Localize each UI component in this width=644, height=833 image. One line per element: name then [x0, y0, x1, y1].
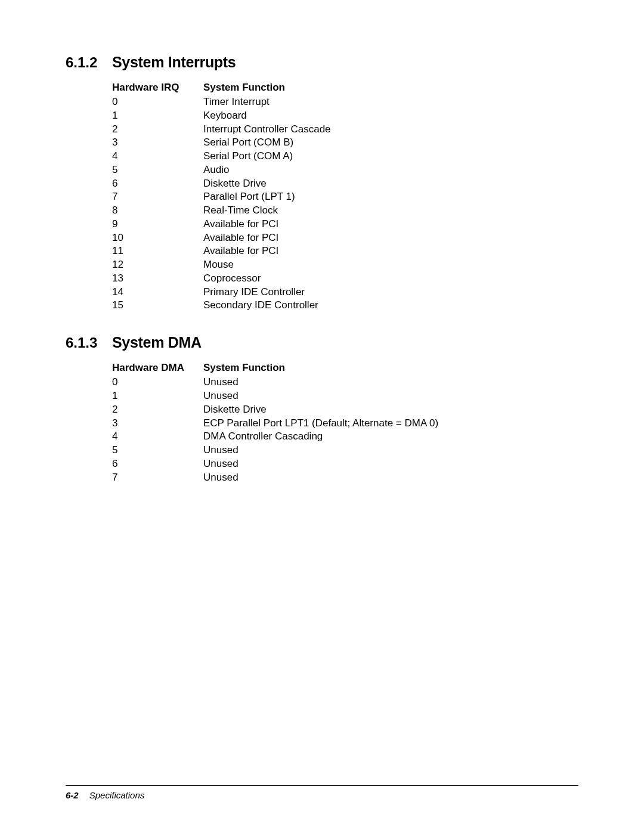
- section-number: 6.1.3: [66, 335, 112, 351]
- section-title: System Interrupts: [112, 54, 236, 71]
- table-row: 6Unused: [112, 457, 578, 471]
- cell: 0: [112, 376, 203, 389]
- cell: Keyboard: [203, 109, 578, 123]
- cell: 8: [112, 204, 203, 218]
- table-row: 5Audio: [112, 163, 578, 177]
- cell: 9: [112, 218, 203, 231]
- cell: Unused: [203, 389, 578, 403]
- cell: Available for PCI: [203, 231, 578, 245]
- cell: Unused: [203, 471, 578, 485]
- cell: Parallel Port (LPT 1): [203, 190, 578, 204]
- cell: 7: [112, 471, 203, 485]
- footer-rule: [66, 785, 578, 786]
- table-row: 6Diskette Drive: [112, 177, 578, 191]
- cell: DMA Controller Cascading: [203, 430, 578, 444]
- table-row: 7Parallel Port (LPT 1): [112, 190, 578, 204]
- table-header: Hardware DMA System Function: [112, 362, 578, 374]
- cell: Diskette Drive: [203, 177, 578, 191]
- table-row: 9Available for PCI: [112, 218, 578, 231]
- cell: Unused: [203, 457, 578, 471]
- table-row: 10Available for PCI: [112, 231, 578, 245]
- cell: 11: [112, 244, 203, 258]
- table-row: 13Coprocessor: [112, 272, 578, 286]
- table-row: 7Unused: [112, 471, 578, 485]
- cell: 3: [112, 417, 203, 431]
- table-row: 2Diskette Drive: [112, 403, 578, 417]
- header-col1: Hardware DMA: [112, 362, 203, 374]
- table-row: 4DMA Controller Cascading: [112, 430, 578, 444]
- table-row: 14Primary IDE Controller: [112, 286, 578, 299]
- cell: Timer Interrupt: [203, 95, 578, 109]
- cell: Interrupt Controller Cascade: [203, 123, 578, 137]
- header-col2: System Function: [203, 82, 578, 94]
- cell: Mouse: [203, 258, 578, 272]
- cell: 1: [112, 109, 203, 123]
- table-row: 1Keyboard: [112, 109, 578, 123]
- table-row: 5Unused: [112, 444, 578, 457]
- cell: 0: [112, 95, 203, 109]
- cell: 1: [112, 389, 203, 403]
- footer-text: 6-2Specifications: [66, 790, 578, 800]
- page-number: 6-2: [66, 790, 79, 800]
- header-col2: System Function: [203, 362, 578, 374]
- cell: Serial Port (COM B): [203, 136, 578, 150]
- section-title: System DMA: [112, 334, 202, 351]
- table-row: 0Unused: [112, 376, 578, 389]
- table-row: 1Unused: [112, 389, 578, 403]
- cell: Primary IDE Controller: [203, 286, 578, 299]
- table-row: 15Secondary IDE Controller: [112, 299, 578, 312]
- cell: 3: [112, 136, 203, 150]
- table-row: 12Mouse: [112, 258, 578, 272]
- table-row: 0Timer Interrupt: [112, 95, 578, 109]
- cell: Real-Time Clock: [203, 204, 578, 218]
- cell: Unused: [203, 444, 578, 457]
- cell: 2: [112, 403, 203, 417]
- cell: 4: [112, 430, 203, 444]
- cell: 10: [112, 231, 203, 245]
- page-footer: 6-2Specifications: [66, 785, 578, 800]
- cell: Serial Port (COM A): [203, 150, 578, 163]
- table-row: 4Serial Port (COM A): [112, 150, 578, 163]
- header-col1: Hardware IRQ: [112, 82, 203, 94]
- dma-table: Hardware DMA System Function 0Unused 1Un…: [112, 362, 578, 484]
- table-row: 3Serial Port (COM B): [112, 136, 578, 150]
- cell: 4: [112, 150, 203, 163]
- cell: 6: [112, 177, 203, 191]
- cell: 13: [112, 272, 203, 286]
- page: 6.1.2 System Interrupts Hardware IRQ Sys…: [0, 0, 644, 833]
- section-heading: 6.1.3 System DMA: [66, 334, 578, 351]
- cell: 12: [112, 258, 203, 272]
- cell: Coprocessor: [203, 272, 578, 286]
- cell: Unused: [203, 376, 578, 389]
- table-row: 8Real-Time Clock: [112, 204, 578, 218]
- section-number: 6.1.2: [66, 54, 112, 71]
- cell: Secondary IDE Controller: [203, 299, 578, 312]
- cell: 14: [112, 286, 203, 299]
- table-row: 3ECP Parallel Port LPT1 (Default; Altern…: [112, 417, 578, 431]
- cell: 5: [112, 163, 203, 177]
- cell: Diskette Drive: [203, 403, 578, 417]
- cell: 5: [112, 444, 203, 457]
- section-heading: 6.1.2 System Interrupts: [66, 54, 578, 71]
- table-header: Hardware IRQ System Function: [112, 82, 578, 94]
- cell: 2: [112, 123, 203, 137]
- cell: Available for PCI: [203, 244, 578, 258]
- cell: 15: [112, 299, 203, 312]
- cell: 6: [112, 457, 203, 471]
- cell: 7: [112, 190, 203, 204]
- cell: Available for PCI: [203, 218, 578, 231]
- chapter-title: Specifications: [89, 790, 145, 800]
- cell: ECP Parallel Port LPT1 (Default; Alterna…: [203, 417, 578, 431]
- table-row: 2Interrupt Controller Cascade: [112, 123, 578, 137]
- table-row: 11Available for PCI: [112, 244, 578, 258]
- cell: Audio: [203, 163, 578, 177]
- irq-table: Hardware IRQ System Function 0Timer Inte…: [112, 82, 578, 312]
